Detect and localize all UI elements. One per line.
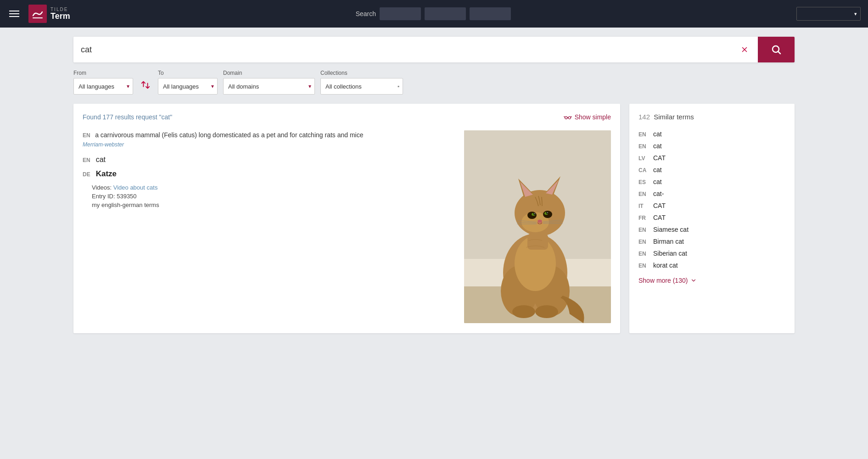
search-input[interactable] (81, 45, 739, 55)
svg-point-26 (538, 220, 542, 223)
entry-id-value: 539350 (117, 193, 136, 200)
search-bar (73, 37, 795, 62)
results-header: Found 177 results request "cat" Show sim… (83, 113, 611, 121)
swap-icon[interactable] (139, 78, 152, 94)
search-icon (771, 44, 782, 55)
videos-row: Videos: Video about cats (92, 184, 455, 191)
from-filter: From All languages (73, 70, 133, 95)
show-simple-button[interactable]: Show simple (564, 113, 611, 121)
similar-lang: EN (638, 131, 650, 138)
chevron-down-icon (690, 277, 697, 284)
term-lang-de: DE (83, 171, 90, 178)
similar-item[interactable]: EN cat- (638, 188, 785, 200)
similar-term: cat (653, 130, 662, 138)
search-clear-button[interactable] (739, 44, 750, 56)
header-search-box-2 (425, 7, 466, 20)
definition-text: a carnivorous mammal (Felis catus) long … (95, 131, 363, 139)
collection-name: my english-german terms (92, 202, 159, 208)
collections-select[interactable]: All collections (320, 78, 403, 95)
svg-line-2 (778, 52, 781, 54)
content-area: Found 177 results request "cat" Show sim… (73, 104, 795, 333)
svg-point-19 (543, 211, 552, 218)
tilde-logo-icon (31, 7, 44, 20)
video-link[interactable]: Video about cats (113, 184, 158, 191)
header-right: ▾ (796, 7, 861, 21)
similar-lang: EN (638, 191, 650, 197)
term-text-de: Katze (96, 169, 117, 179)
similar-item[interactable]: EN cat (638, 140, 785, 152)
svg-point-35 (535, 305, 558, 318)
logo-box (28, 5, 47, 23)
cat-image (464, 130, 611, 323)
similar-term: cat- (653, 190, 664, 197)
similar-term: Birman cat (653, 238, 684, 245)
similar-item[interactable]: ES cat (638, 176, 785, 188)
similar-lang: EN (638, 251, 650, 257)
similar-item[interactable]: FR CAT (638, 212, 785, 224)
similar-term: cat (653, 178, 662, 185)
similar-lang: IT (638, 203, 650, 209)
from-select[interactable]: All languages (73, 78, 133, 95)
to-label: To (158, 70, 218, 76)
similar-title-text: Similar terms (654, 113, 694, 121)
similar-item[interactable]: IT CAT (638, 200, 785, 212)
similar-count: 142 (638, 113, 650, 121)
term-text-en: cat (96, 156, 106, 164)
similar-item[interactable]: EN Siberian cat (638, 247, 785, 259)
similar-term: CAT (653, 214, 666, 221)
similar-lang: EN (638, 263, 650, 269)
language-dropdown[interactable] (796, 7, 861, 21)
similar-term: cat (653, 166, 662, 174)
similar-term: korat cat (653, 262, 678, 269)
entry-text: EN a carnivorous mammal (Felis catus) lo… (83, 130, 455, 323)
similar-item[interactable]: CA cat (638, 164, 785, 176)
svg-point-34 (512, 305, 535, 318)
filters-row: From All languages To All languages Doma… (73, 70, 795, 95)
domain-select[interactable]: All domains (223, 78, 315, 95)
glasses-icon (564, 113, 572, 121)
search-button[interactable] (758, 37, 795, 62)
main-container: From All languages To All languages Doma… (0, 28, 868, 342)
show-more-label: Show more (130) (638, 277, 688, 284)
definition-source[interactable]: Merriam-webster (83, 141, 124, 148)
from-select-wrapper: All languages (73, 78, 133, 95)
similar-lang: EN (638, 143, 650, 150)
cat-illustration (464, 130, 611, 323)
similar-term: CAT (653, 202, 666, 209)
to-select[interactable]: All languages (158, 78, 218, 95)
similar-item[interactable]: EN Siamese cat (638, 224, 785, 235)
header-search-box-1 (380, 7, 421, 20)
similar-lang: EN (638, 239, 650, 245)
menu-icon[interactable] (7, 9, 21, 19)
entry-id-label: Entry ID: (92, 193, 115, 200)
header-search-box-3 (470, 7, 511, 20)
similar-lang: CA (638, 167, 650, 174)
meta-section: Videos: Video about cats Entry ID: 53935… (83, 184, 455, 208)
svg-point-24 (534, 213, 535, 214)
show-more-button[interactable]: Show more (130) (638, 277, 697, 284)
show-simple-label: Show simple (575, 113, 611, 121)
svg-point-25 (547, 212, 548, 213)
similar-item[interactable]: EN Birman cat (638, 235, 785, 247)
similar-lang: LV (638, 155, 650, 162)
collections-filter: Collections All collections ▪ (320, 70, 403, 95)
logo-tilde-label: TILDE (50, 7, 70, 12)
logo: TILDE Term (28, 5, 70, 23)
to-select-wrapper: All languages (158, 78, 218, 95)
to-filter: To All languages (158, 70, 218, 95)
videos-label: Videos: (92, 184, 112, 191)
collection-row: my english-german terms (92, 202, 455, 208)
similar-term: CAT (653, 154, 666, 162)
similar-item[interactable]: EN korat cat (638, 259, 785, 271)
similar-items-list: EN cat EN cat LV CAT CA cat ES cat (638, 128, 785, 271)
svg-point-18 (527, 212, 537, 219)
domain-filter: Domain All domains (223, 70, 315, 95)
entry-content: EN a carnivorous mammal (Felis catus) lo… (83, 130, 611, 323)
similar-term: Siberian cat (653, 250, 687, 257)
definition-row: EN a carnivorous mammal (Felis catus) lo… (83, 130, 455, 148)
term-lang-en: EN (83, 157, 90, 163)
similar-lang: FR (638, 215, 650, 221)
similar-item[interactable]: LV CAT (638, 152, 785, 164)
similar-item[interactable]: EN cat (638, 128, 785, 140)
similar-lang: ES (638, 179, 650, 185)
